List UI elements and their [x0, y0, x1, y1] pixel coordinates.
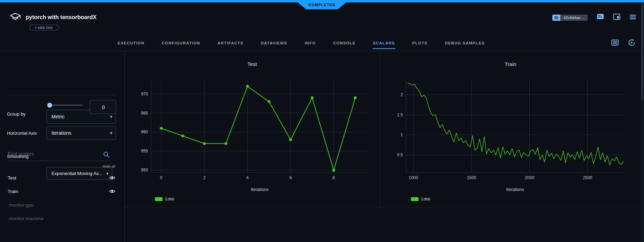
tab-plots[interactable]: PLOTS	[412, 40, 428, 47]
smoothing-slider[interactable]	[48, 105, 83, 106]
smoothing-value-box	[90, 100, 116, 114]
tab-configuration[interactable]: CONFIGURATION	[162, 40, 201, 47]
visibility-eye-icon[interactable]	[109, 176, 115, 180]
legend-item-loss[interactable]: Loss	[155, 197, 174, 201]
metric-item-train[interactable]: Train	[8, 187, 115, 195]
smoothing-value-input[interactable]	[90, 100, 117, 114]
svg-text:2: 2	[401, 92, 403, 97]
chevron-down-icon: ▾	[110, 114, 116, 119]
svg-text:4: 4	[246, 175, 249, 180]
legend-label: Loss	[165, 197, 174, 201]
group-by-value: Metric	[47, 114, 110, 119]
tab-execution[interactable]: EXECUTION	[117, 40, 145, 47]
smoothing-slider-knob[interactable]	[47, 103, 52, 108]
search-field	[8, 150, 110, 161]
scrollbar[interactable]	[641, 2, 644, 242]
svg-text:1000: 1000	[409, 175, 418, 180]
svg-text:955: 955	[141, 149, 148, 153]
svg-text:1.5: 1.5	[397, 112, 403, 117]
divider	[7, 95, 117, 95]
legend-swatch	[411, 197, 419, 201]
experiment-page: COMPLETED pytorch with tensorboardX + AD…	[0, 0, 644, 242]
main-content: Group by Metric ▾ Horizontal Axis Iterat…	[0, 51, 644, 242]
tab-scalars[interactable]: SCALARS	[373, 40, 395, 47]
svg-text:1500: 1500	[467, 175, 476, 180]
svg-text:950: 950	[141, 168, 148, 173]
tab-bar: EXECUTIONCONFIGURATIONARTIFACTSDATAVIEWS…	[0, 35, 644, 51]
page-title: pytorch with tensorboardX	[26, 14, 97, 20]
horizontal-axis-value: Iterations	[47, 130, 110, 136]
legend-swatch	[155, 197, 163, 201]
metric-label: Test	[8, 175, 109, 181]
svg-text:965: 965	[141, 111, 148, 116]
svg-text:6: 6	[289, 175, 292, 180]
x-axis-label: Iterations	[406, 187, 624, 192]
charts-area: Test 95095596096597002468 Iterations Los…	[124, 51, 641, 207]
scalars-sidebar: Group by Metric ▾ Horizontal Axis Iterat…	[0, 51, 125, 242]
svg-text:2000: 2000	[525, 175, 534, 180]
search-input[interactable]	[8, 150, 100, 158]
visibility-eye-icon[interactable]	[109, 189, 115, 193]
svg-text:0.5: 0.5	[397, 152, 403, 157]
svg-text:970: 970	[141, 92, 148, 97]
search-icon[interactable]	[103, 151, 110, 159]
tab-console[interactable]: CONSOLE	[333, 40, 356, 47]
experiment-type-icon	[9, 12, 22, 24]
svg-text:960: 960	[141, 130, 148, 134]
metric-item-test[interactable]: Test	[8, 174, 115, 182]
chart-panel-train: Train 0.511.521000150020002500 Iteration…	[380, 51, 641, 207]
x-axis-label: Iterations	[151, 187, 368, 192]
metric-item-monitormachine[interactable]: :monitor:machine	[8, 214, 115, 223]
tab-info[interactable]: INFO	[304, 40, 316, 47]
svg-text:1: 1	[401, 132, 403, 137]
comments-icon[interactable]	[597, 14, 604, 22]
metric-label: :monitor:gpu	[8, 202, 115, 208]
metric-item-monitorgpu[interactable]: :monitor:gpu	[8, 201, 115, 209]
id-value: 42c6d4ae ...	[560, 15, 588, 21]
horizontal-axis-label: Horizontal Axis	[7, 131, 37, 136]
tab-artifacts[interactable]: ARTIFACTS	[217, 40, 243, 47]
svg-text:2500: 2500	[583, 175, 592, 180]
tab-dataviews[interactable]: DATAVIEWS	[261, 40, 288, 47]
svg-text:8: 8	[332, 175, 335, 180]
hide-all-button[interactable]: Hide all	[102, 164, 115, 168]
experiment-id-badge[interactable]: ID 42c6d4ae ...	[552, 15, 588, 21]
scrollbar-thumb[interactable]	[641, 3, 643, 100]
horizontal-axis-dropdown[interactable]: Iterations ▾	[47, 126, 116, 140]
metrics-table-icon[interactable]	[611, 40, 619, 47]
metric-label: Train	[8, 189, 109, 194]
id-label: ID	[552, 15, 560, 21]
svg-text:2: 2	[203, 175, 206, 180]
metric-label: :monitor:machine	[8, 216, 115, 221]
add-tag-label: + ADD TAG	[30, 25, 59, 30]
add-tag-button[interactable]: + ADD TAG	[30, 25, 60, 31]
chart-panel-test: Test 95095596096597002468 Iterations Los…	[124, 51, 380, 207]
chevron-down-icon: ▾	[110, 131, 116, 135]
layout-panel-icon[interactable]	[613, 14, 620, 22]
test-line-chart[interactable]: 95095596096597002468	[124, 51, 380, 207]
train-line-chart[interactable]: 0.511.521000150020002500	[380, 51, 641, 207]
menu-icon[interactable]	[629, 14, 636, 21]
tab-debug-samples[interactable]: DEBUG SAMPLES	[445, 40, 485, 47]
legend-item-loss[interactable]: Loss	[411, 197, 430, 201]
legend-label: Loss	[421, 197, 430, 201]
svg-text:0: 0	[160, 175, 163, 180]
auto-refresh-icon[interactable]	[628, 39, 636, 48]
group-by-label: Group by	[7, 111, 25, 117]
